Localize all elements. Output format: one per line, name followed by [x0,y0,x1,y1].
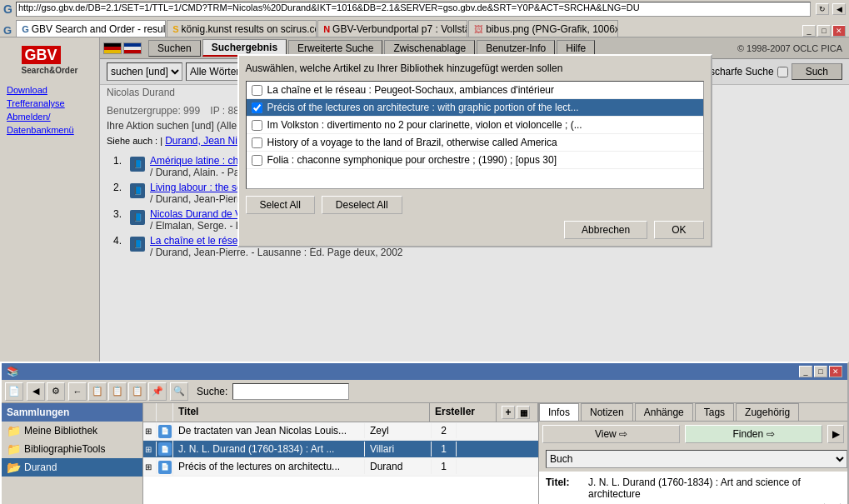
modal-item-label-4: Folia : chaconne symphonique pour orches… [267,154,557,166]
bottom-search-input[interactable] [232,383,349,400]
folder-icon-2: 📂 [7,461,21,474]
tab-3[interactable]: 🖼 bibus.png (PNG-Grafik, 1006x734 Pixel)… [468,20,618,37]
sidebar-links: Download Trefferanalyse Abmelden/ Datenb… [0,83,99,137]
th-title[interactable]: Titel [173,403,430,422]
collection-label-1: BibliographieTools [24,443,105,455]
sidebar-link-datenbank[interactable]: Datenbankmenü [0,123,99,137]
modal-item-1[interactable]: Précis of the lectures on architecture :… [247,99,703,117]
toolbar-group-2: ← 📋 📋 📋 📌 [68,382,167,401]
select-all-button[interactable]: Select All [246,196,315,214]
collection-biblio[interactable]: 📁 BibliographieTools [2,440,142,458]
expand-2[interactable]: ⊞ [143,459,157,474]
th-plus-btn[interactable]: + [502,406,515,419]
tab-2[interactable]: N GBV-Verbundportal p7 : Vollständiger T… [317,20,467,37]
row-icon-1: 📄 [157,441,173,458]
detail-field-titel: Titel: J. N. L. Durand (1760-1834) : Art… [542,475,844,502]
detail-tab-notizen[interactable]: Notizen [581,403,633,421]
toolbar-btn-2[interactable]: ⚙ [47,382,65,401]
modal-title: Auswählen, welche Artikel zu Ihrer Bibli… [246,62,704,74]
modal-checkbox-2[interactable] [252,120,262,131]
tab-label-3: bibus.png (PNG-Grafik, 1006x734 Pixel) [486,23,618,35]
cancel-button[interactable]: Abbrechen [564,221,647,239]
win-restore[interactable]: □ [814,366,827,377]
collection-durand[interactable]: 📂 Durand [2,458,142,477]
modal-item-label-2: Im Volkston : divertimento no 2 pour cla… [267,119,582,131]
detail-tab-infos[interactable]: Infos [539,403,579,421]
th-creator[interactable]: Ersteller [430,403,497,422]
detail-tabs: Infos Notizen Anhänge Tags Zugehörig [539,403,847,422]
modal-checkbox-0[interactable] [252,85,262,96]
win-minimize[interactable]: _ [799,366,812,377]
search-label-bottom: Suche: [197,386,227,397]
tab-close-window[interactable]: ✕ [832,25,846,37]
logo-tagline: Search&Order [22,66,78,75]
modal-item-label-0: La chaîne et le réseau : Peugeot-Sochaux… [267,84,555,96]
expand-0[interactable]: ⊞ [143,423,157,438]
tab-label-0: GBV Search and Order - results/shortlist [32,23,166,35]
find-button[interactable]: Finden ⇨ [685,425,822,443]
nav-back-button[interactable]: ◀ [832,3,846,15]
detail-tab-tags[interactable]: Tags [695,403,734,421]
cell-creator-2: Durand [365,459,432,474]
th-grid-btn[interactable]: ▦ [517,406,530,419]
url-bar[interactable]: http://gso.gbv.de/DB=2.1/SET=1/TTL=1/CMD… [16,2,811,17]
sidebar-link-abmelden[interactable]: Abmelden/ [0,110,99,123]
toolbar-btn-4[interactable]: 📋 [88,382,107,401]
modal-item-4[interactable]: Folia : chaconne symphonique pour orches… [247,152,703,169]
refresh-button[interactable]: ↻ [816,3,829,15]
tab-minimize[interactable]: _ [802,25,816,37]
folder-icon-0: 📁 [7,424,21,437]
detail-more-button[interactable]: ▶ [827,425,844,443]
table-row-1[interactable]: ⊞ 📄 J. N. L. Durand (1760-1834) : Art ..… [143,441,538,459]
tab-label-2: GBV-Verbundportal p7 : Vollständiger Tit… [332,23,467,35]
modal-checkbox-3[interactable] [252,137,262,148]
table-row-0[interactable]: ⊞ 📄 De tractaten van Jean Nicolas Louis.… [143,422,538,441]
modal-item-label-3: History of a voyage to the land of Brazi… [267,137,557,148]
toolbar-btn-6[interactable]: 📋 [128,382,147,401]
row-icon-0: 📄 [157,422,173,440]
cell-title-2: Précis of the lectures on architectu... [173,459,365,474]
modal-item-0[interactable]: La chaîne et le réseau : Peugeot-Sochaux… [247,82,703,99]
address-bar-row: G http://gso.gbv.de/DB=2.1/SET=1/TTL=1/C… [0,0,849,18]
table-panel: Titel Ersteller + ▦ ⊞ 📄 De tractaten van… [143,403,539,504]
toolbar-btn-1[interactable]: ◀ [27,382,45,401]
win-close[interactable]: ✕ [829,366,842,377]
expand-1[interactable]: ⊞ [143,442,157,457]
cell-title-0: De tractaten van Jean Nicolas Louis... [173,423,365,438]
toolbar-search-btn[interactable]: 🔍 [170,382,188,401]
tab-0[interactable]: G GBV Search and Order - results/shortli… [16,20,166,37]
cell-title-1: J. N. L. Durand (1760-1834) : Art ... [173,442,365,457]
tab-favicon-1: S [172,24,178,34]
type-select[interactable]: Buch [546,450,847,468]
tab-restore[interactable]: □ [817,25,831,37]
view-button[interactable]: View ⇨ [542,425,680,443]
table-row-2[interactable]: ⊞ 📄 Précis of the lectures on architectu… [143,458,538,477]
ok-button[interactable]: OK [654,221,703,239]
deselect-all-button[interactable]: Deselect All [322,196,402,214]
tab-1[interactable]: S könig.kunst results on scirus.com, for… [167,20,317,37]
browser-icon: G [3,2,12,16]
toolbar-new[interactable]: 📄 [5,382,23,401]
tab-favicon-0: G [22,24,29,34]
collection-meine[interactable]: 📁 Meine Bibliothek [2,422,142,440]
window-icon: 📚 [7,366,19,377]
sidebar-link-trefferanalyse[interactable]: Trefferanalyse [0,97,99,110]
detail-content: Titel: J. N. L. Durand (1760-1834) : Art… [539,472,847,504]
modal-list[interactable]: La chaîne et le réseau : Peugeot-Sochaux… [246,81,704,189]
modal-item-2[interactable]: Im Volkston : divertimento no 2 pour cla… [247,117,703,134]
modal-checkbox-1[interactable] [252,102,262,113]
bottom-main: Sammlungen 📁 Meine Bibliothek 📁 Bibliogr… [2,403,847,504]
toolbar-btn-7[interactable]: 📌 [148,382,167,401]
detail-buttons: View ⇨ Finden ⇨ ▶ [539,422,847,447]
modal-item-3[interactable]: History of a voyage to the land of Brazi… [247,134,703,152]
sidebar-link-download[interactable]: Download [0,83,99,97]
detail-tab-zugehorig[interactable]: Zugehörig [736,403,799,421]
cell-creator-1: Villari [365,442,432,457]
modal-checkbox-4[interactable] [252,155,262,166]
view-btn-label: View ⇨ [595,428,627,440]
toolbar-btn-3[interactable]: ← [68,382,87,401]
detail-tab-anhange[interactable]: Anhänge [635,403,693,421]
cell-count-2: 1 [432,459,457,474]
main-content-area: Suchen Suchergebnis Erweiterte Suche Zwi… [100,37,849,362]
toolbar-btn-5[interactable]: 📋 [108,382,127,401]
